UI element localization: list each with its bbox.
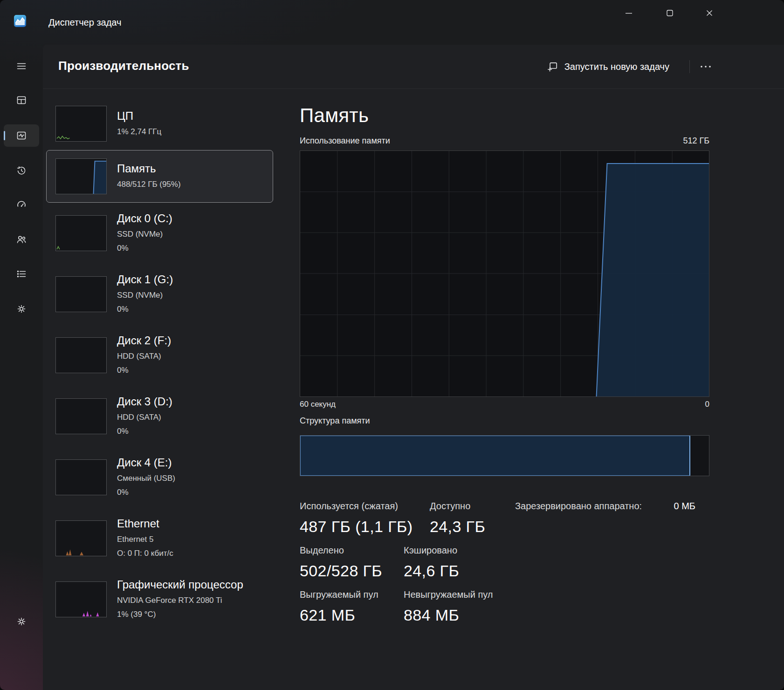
perf-item-title: Диск 0 (C:): [117, 211, 172, 225]
perf-item-title: Ethernet: [117, 516, 173, 531]
stat-cached: Кэшировано 24,6 ГБ: [404, 543, 459, 581]
perf-item-disk2[interactable]: Диск 2 (F:) HDD (SATA) 0%: [46, 325, 273, 386]
perf-item-memory[interactable]: Память 488/512 ГБ (95%): [46, 150, 273, 203]
users-icon: [16, 234, 27, 245]
app-logo-icon: [14, 15, 26, 27]
stat-nonpaged-pool: Невыгружаемый пул 884 МБ: [404, 588, 493, 625]
page-title: Производительность: [58, 59, 189, 73]
stat-available: Доступно 24,3 ГБ: [430, 499, 515, 536]
perf-item-title: Диск 1 (G:): [117, 272, 173, 287]
memory-structure-label: Структура памяти: [300, 416, 370, 426]
stat-hw-reserved-label: Зарезервировано аппаратно:: [515, 499, 642, 513]
memory-title: Память: [300, 103, 369, 128]
stat-nonpaged-pool-label: Невыгружаемый пул: [404, 588, 493, 601]
sidebar-item-performance[interactable]: [4, 124, 39, 147]
usage-chart-header: Использование памяти 512 ГБ: [300, 136, 709, 146]
perf-item-title: Диск 2 (F:): [117, 333, 171, 348]
app-history-icon: [16, 165, 27, 176]
perf-item-disk4[interactable]: Диск 4 (E:) Сменный (USB) 0%: [46, 447, 273, 508]
perf-item-title: Диск 4 (E:): [117, 455, 175, 470]
disk1-mini-graph: [55, 276, 107, 312]
perf-item-gpu[interactable]: Графический процессор NVIDIA GeForce RTX…: [46, 569, 273, 630]
perf-item-title: Диск 3 (D:): [117, 394, 172, 409]
stat-paged-pool-label: Выгружаемый пул: [300, 588, 404, 601]
memory-usage-chart-svg: [300, 151, 709, 396]
performance-icon: [16, 130, 27, 141]
close-icon: [704, 7, 715, 19]
services-icon: [16, 303, 27, 314]
stat-paged-pool: Выгружаемый пул 621 МБ: [300, 588, 404, 625]
perf-item-detail2: 0%: [117, 424, 172, 438]
stat-in-use: Используется (сжатая) 487 ГБ (1,1 ГБ): [300, 499, 430, 536]
cpu-mini-graph: [55, 106, 107, 142]
performance-list: ЦП 1% 2,74 ГГц Память 488/512 ГБ (95%): [46, 97, 273, 630]
memory-stats: Используется (сжатая) 487 ГБ (1,1 ГБ) До…: [300, 499, 709, 632]
perf-item-title: Память: [117, 161, 181, 176]
task-manager-window: Диспетчер задач: [0, 0, 784, 690]
perf-item-detail: 488/512 ГБ (95%): [117, 178, 181, 191]
axis-time-label: 60 секунд: [300, 400, 336, 409]
sidebar-item-details[interactable]: [4, 263, 39, 285]
sidebar-item-processes[interactable]: [4, 89, 39, 111]
details-icon: [16, 268, 27, 280]
perf-item-detail: HDD (SATA): [117, 349, 171, 363]
stat-cached-value: 24,6 ГБ: [404, 561, 459, 581]
minimize-button[interactable]: [618, 4, 640, 22]
stats-row-1: Используется (сжатая) 487 ГБ (1,1 ГБ) До…: [300, 499, 709, 536]
stat-available-value: 24,3 ГБ: [430, 517, 515, 536]
window-title: Диспетчер задач: [48, 17, 121, 28]
sidebar-item-app-history[interactable]: [4, 159, 39, 182]
minimize-icon: [623, 7, 634, 19]
perf-item-disk1[interactable]: Диск 1 (G:) SSD (NVMe) 0%: [46, 264, 273, 325]
perf-item-detail: 1% 2,74 ГГц: [117, 125, 161, 139]
close-button[interactable]: [698, 4, 721, 22]
axis-zero-label: 0: [705, 400, 709, 409]
perf-item-detail: Сменный (USB): [117, 471, 175, 485]
stat-paged-pool-value: 621 МБ: [300, 605, 404, 625]
perf-item-detail2: 1% (39 °C): [117, 608, 243, 622]
stat-committed-label: Выделено: [300, 543, 404, 557]
task-manager-logo-icon: [14, 15, 26, 27]
perf-item-cpu[interactable]: ЦП 1% 2,74 ГГц: [46, 97, 273, 150]
memory-usage-chart: [300, 150, 709, 397]
processes-icon: [16, 95, 27, 106]
perf-item-detail2: 0%: [117, 363, 171, 377]
usage-chart-max-label: 512 ГБ: [683, 136, 709, 146]
sidebar-item-users[interactable]: [4, 228, 39, 251]
sidebar-item-startup-apps[interactable]: [4, 193, 39, 215]
sidebar-item-settings[interactable]: [4, 610, 39, 633]
menu-button[interactable]: [4, 55, 39, 77]
composition-free-segment: [690, 436, 709, 476]
perf-item-title: Графический процессор: [117, 577, 243, 592]
ethernet-mini-graph: [55, 520, 107, 556]
perf-item-detail: SSD (NVMe): [117, 288, 173, 302]
stat-hw-reserved-value: 0 МБ: [674, 499, 695, 513]
sidebar-item-services[interactable]: [4, 298, 39, 320]
usage-chart-label: Использование памяти: [300, 136, 390, 146]
perf-item-title: ЦП: [117, 109, 161, 123]
stat-cached-label: Кэшировано: [404, 543, 459, 557]
perf-item-detail2: 0%: [117, 302, 173, 316]
stat-available-label: Доступно: [430, 499, 515, 513]
stat-in-use-value: 487 ГБ (1,1 ГБ): [300, 517, 430, 536]
settings-gear-icon: [16, 616, 27, 627]
content-page: Производительность Запустить новую задач…: [43, 45, 784, 690]
perf-item-disk0[interactable]: Диск 0 (C:) SSD (NVMe) 0%: [46, 203, 273, 264]
disk2-mini-graph: [55, 337, 107, 373]
perf-item-disk3[interactable]: Диск 3 (D:) HDD (SATA) 0%: [46, 386, 273, 447]
disk4-mini-graph: [55, 459, 107, 495]
perf-item-detail: HDD (SATA): [117, 410, 172, 424]
maximize-button[interactable]: [659, 4, 681, 22]
stats-row-3: Выгружаемый пул 621 МБ Невыгружаемый пул…: [300, 588, 709, 625]
perf-item-detail2: 0%: [117, 241, 172, 255]
stat-hw-reserved: Зарезервировано аппаратно: 0 МБ: [515, 499, 709, 536]
stat-in-use-label: Используется (сжатая): [300, 499, 430, 513]
perf-item-detail: Ethernet 5: [117, 533, 173, 547]
memory-mini-graph: [55, 158, 107, 194]
perf-item-ethernet[interactable]: Ethernet Ethernet 5 О: 0 П: 0 кбит/с: [46, 508, 273, 569]
stat-committed: Выделено 502/528 ГБ: [300, 543, 404, 581]
nav-rail: [0, 45, 43, 690]
disk3-mini-graph: [55, 398, 107, 434]
perf-item-detail2: О: 0 П: 0 кбит/с: [117, 547, 173, 560]
stat-committed-value: 502/528 ГБ: [300, 561, 404, 581]
